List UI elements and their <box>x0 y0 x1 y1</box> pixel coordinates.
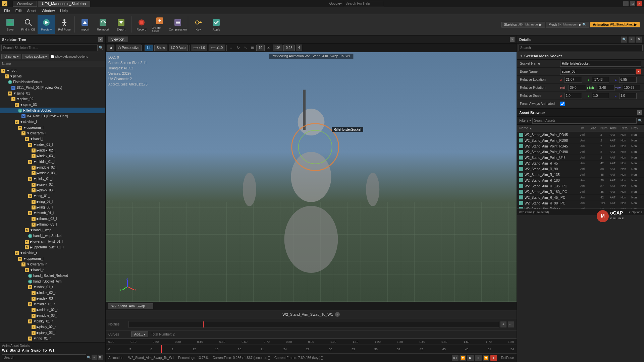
rotate-icon[interactable]: ↻ <box>235 45 241 51</box>
tree-item[interactable]: B▶middle_03_l <box>0 170 105 176</box>
asset-row[interactable]: W2_Stand_Aim_R_45Ani42AATNonNon <box>517 161 644 166</box>
tree-item[interactable]: B▼pelvis <box>0 73 105 79</box>
tree-item[interactable]: B▶index_02_r <box>0 290 105 296</box>
tree-item[interactable]: B▶lowerarm_twist_01_l <box>0 239 105 244</box>
tree-item[interactable]: B▶index_02_l <box>0 147 105 153</box>
tree-item[interactable]: ◎hand_rSocket_Relaxed <box>0 273 105 279</box>
add-curve-btn[interactable]: Add... ▾ <box>131 331 148 337</box>
grid-size-btn[interactable]: 10 <box>256 45 265 51</box>
scale-z-input[interactable] <box>619 93 637 99</box>
close-button[interactable]: ✕ <box>637 1 642 6</box>
scale-y-input[interactable] <box>592 93 609 99</box>
tree-item[interactable]: B▶ring_02_l <box>0 199 105 204</box>
tree-item[interactable]: ◎PistolHolsterSocket <box>0 79 105 85</box>
asset-row[interactable]: W2_Stand_Aim_R_135_IPCAni37AATNonNon <box>517 183 644 189</box>
show-btn[interactable]: Show <box>154 45 167 51</box>
anim-search-input[interactable] <box>2 354 86 360</box>
scale-x-input[interactable] <box>565 93 582 99</box>
key-button[interactable]: Key <box>190 15 207 34</box>
translate-icon[interactable]: ↔ <box>228 45 234 51</box>
mesh-breadcrumb[interactable]: Mesh SK_Mannequin ▶ 🔍 <box>546 22 589 27</box>
maximize-button[interactable]: □ <box>630 1 635 6</box>
details-list-icon[interactable]: ≡ <box>629 37 635 43</box>
tab-skeleton[interactable]: UE4_Mannequin_Skeleton <box>38 1 90 7</box>
tree-item[interactable]: B▼ring_01_r <box>0 336 105 341</box>
tree-item[interactable]: B▶ring_03_l <box>0 204 105 210</box>
tree-item[interactable]: B▼clavicle_r <box>0 250 105 256</box>
tree-item[interactable]: B▼hand_l <box>0 136 105 142</box>
expand-notify-btn[interactable]: ⋯ <box>508 321 514 327</box>
ref-pose-button[interactable]: Ref Pose <box>56 15 73 34</box>
list-view-icon[interactable]: ≡ <box>92 355 97 360</box>
create-asset-button[interactable]: + Create Asset <box>151 15 168 34</box>
lit-btn[interactable]: Lit <box>145 45 153 51</box>
scale-x-btn[interactable]: ⟺ x1.0 <box>191 45 207 51</box>
skeleton-search-input[interactable] <box>1 45 98 51</box>
loc-y-input[interactable] <box>592 77 609 83</box>
minimize-button[interactable]: ─ <box>623 1 629 6</box>
preview-button[interactable]: Preview <box>38 15 55 34</box>
tree-item[interactable]: B▼pinky_01_r <box>0 318 105 324</box>
tree-item[interactable]: ◎hand_rSocket_Aim <box>0 279 105 284</box>
grid-icon[interactable]: ⊞ <box>249 45 255 51</box>
tree-item[interactable]: B▶index_03_l <box>0 153 105 159</box>
details-search-input[interactable] <box>519 45 643 51</box>
pause-btn[interactable]: ⏸ <box>475 355 482 361</box>
tree-item[interactable]: ◎hand_l_wepSocket <box>0 233 105 239</box>
pitch-input[interactable] <box>597 85 614 91</box>
roll-input[interactable] <box>569 85 586 91</box>
tree-item[interactable]: MM4_Rifle_01 [Preview Only] <box>0 113 105 119</box>
menu-window[interactable]: Window <box>39 8 57 13</box>
asset-row[interactable]: W2_Stand_Aim_Point_RU45Ani2AATNonNon <box>517 143 644 149</box>
asset-row[interactable]: W2_Stand_Aim_R_180Ani38AATNonNon <box>517 178 644 183</box>
find-in-cb-button[interactable]: Find in CB <box>19 15 37 34</box>
filters-dropdown[interactable]: Filters ▾ <box>519 119 531 122</box>
force-animated-checkbox[interactable] <box>560 102 565 106</box>
import-button[interactable]: Import <box>76 15 94 34</box>
tree-item[interactable]: B▶pinky_02_r <box>0 324 105 330</box>
tree-item[interactable]: B▶upperarm_twist_01_l <box>0 244 105 250</box>
viewport-tab[interactable]: Viewport <box>108 37 128 42</box>
perspective-btn[interactable]: ⬡ Perspective <box>116 45 142 51</box>
save-button[interactable]: Save <box>1 15 19 34</box>
tree-item[interactable]: B▼index_01_l <box>0 142 105 147</box>
asset-browser-close[interactable]: ✕ <box>637 110 642 115</box>
menu-file[interactable]: File <box>1 8 13 13</box>
bone-name-clear-btn[interactable]: ✕ <box>636 69 641 74</box>
tree-item[interactable]: B▶middle_03_r <box>0 313 105 318</box>
tab-overview[interactable]: Overview <box>13 1 37 7</box>
socket-name-input[interactable] <box>560 61 641 67</box>
tree-item[interactable]: B▼hand_l_wep <box>0 227 105 233</box>
col-size[interactable]: Size <box>590 126 600 130</box>
tree-item[interactable]: B▶pinky_03_l <box>0 187 105 193</box>
advanced-options-toggle[interactable]: Show Advanced Options <box>51 55 88 58</box>
menu-edit[interactable]: Edit <box>13 8 24 13</box>
loc-x-input[interactable] <box>565 77 582 83</box>
tree-item[interactable]: B▼upperarm_l <box>0 125 105 130</box>
asset-row[interactable]: W2_Stand_Aim_R_180_IPCAni45AATNonNon <box>517 189 644 195</box>
apply-button[interactable]: Apply <box>208 15 225 34</box>
tree-item[interactable]: B▶middle_02_l <box>0 165 105 170</box>
grid-view-icon[interactable]: ⊞ <box>98 355 103 360</box>
tree-item[interactable]: B▶thumb_02_l <box>0 216 105 222</box>
col-num[interactable]: Num <box>600 126 610 130</box>
angle-icon[interactable]: ∠ <box>266 45 272 51</box>
tree-item[interactable]: B▼clavicle_l <box>0 119 105 125</box>
skeleton-tree-close[interactable]: ✕ <box>98 37 103 42</box>
viewport-content[interactable]: Previewing Animation W2_Stand_Aim_Swap_T… <box>106 52 517 302</box>
animation-breadcrumb[interactable]: Animation W2_Stand_Aim_ ▶ <box>590 22 640 27</box>
menu-asset[interactable]: Asset <box>24 8 39 13</box>
export-button[interactable]: Export <box>112 15 130 34</box>
col-prev[interactable]: Prev <box>631 126 642 130</box>
record-button[interactable]: Record <box>133 15 150 34</box>
asset-row[interactable]: W2_Stand_Aim_R_90_IPCAni124AATNonNon <box>517 200 644 206</box>
record-playback-btn[interactable]: ● <box>490 355 497 361</box>
loc-z-input[interactable] <box>619 77 637 83</box>
float-btn[interactable]: 0.25 <box>283 45 294 51</box>
reimport-button[interactable]: Reimport <box>94 15 112 34</box>
tree-item[interactable]: B▼pinky_01_l <box>0 176 105 182</box>
asset-row[interactable]: W2_Stand_Aim_R_90Ani38AATNonNon <box>517 166 644 172</box>
tree-item[interactable]: B▼middle_01_l <box>0 159 105 165</box>
tree-item[interactable]: B▶thumb_03_l <box>0 222 105 227</box>
tree-item[interactable]: B▶index_03_r <box>0 296 105 301</box>
